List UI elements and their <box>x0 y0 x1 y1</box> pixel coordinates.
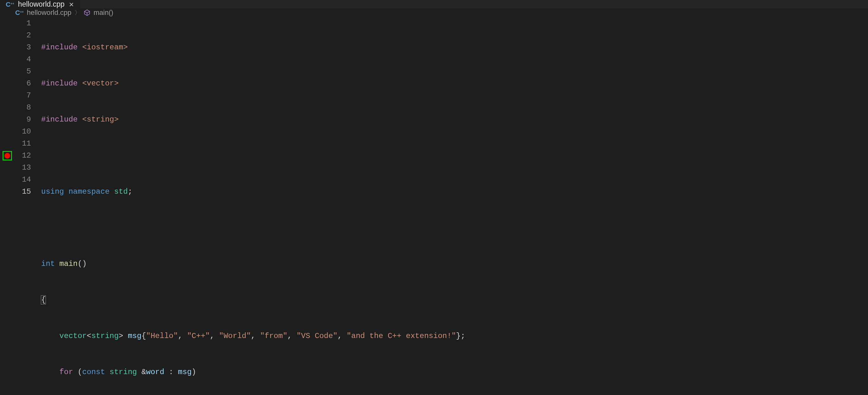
line-number[interactable]: 12 <box>0 150 41 162</box>
tab-bar: C helloworld.cpp × <box>0 0 868 8</box>
line-number[interactable]: 9 <box>0 114 41 126</box>
cpp-file-icon: C <box>15 9 24 17</box>
line-number[interactable]: 8 <box>0 101 41 114</box>
tab-helloworld[interactable]: C helloworld.cpp × <box>0 0 81 8</box>
line-number[interactable]: 14 <box>0 174 41 186</box>
tab-filename: helloworld.cpp <box>18 0 65 8</box>
line-number[interactable]: 6 <box>0 78 41 90</box>
code-content[interactable]: #include <iostream> #include <vector> #i… <box>41 18 868 395</box>
code-area[interactable]: 1 2 3 4 5 6 7 8 9 10 11 12 13 14 15 #inc… <box>0 17 868 395</box>
line-number[interactable]: 15 <box>0 186 41 198</box>
line-number[interactable]: 7 <box>0 90 41 101</box>
cpp-file-icon: C <box>6 1 14 8</box>
line-number[interactable]: 5 <box>0 65 41 78</box>
breakpoint-icon[interactable] <box>3 151 12 160</box>
code-editor: C helloworld.cpp × C helloworld.cpp 〉 ma… <box>0 0 868 395</box>
gutter[interactable]: 1 2 3 4 5 6 7 8 9 10 11 12 13 14 15 <box>0 18 41 395</box>
line-number[interactable]: 4 <box>0 54 41 65</box>
breadcrumb[interactable]: C helloworld.cpp 〉 main() <box>0 8 868 17</box>
line-number[interactable]: 11 <box>0 138 41 150</box>
close-icon[interactable]: × <box>68 0 74 8</box>
line-number[interactable]: 13 <box>0 162 41 174</box>
line-number[interactable]: 1 <box>0 18 41 29</box>
line-number[interactable]: 10 <box>0 126 41 138</box>
line-number[interactable]: 2 <box>0 29 41 41</box>
breadcrumb-symbol: main() <box>94 8 113 17</box>
symbol-method-icon <box>84 9 91 16</box>
line-number[interactable]: 3 <box>0 41 41 54</box>
chevron-right-icon: 〉 <box>75 9 81 17</box>
breadcrumb-file: helloworld.cpp <box>27 8 71 17</box>
